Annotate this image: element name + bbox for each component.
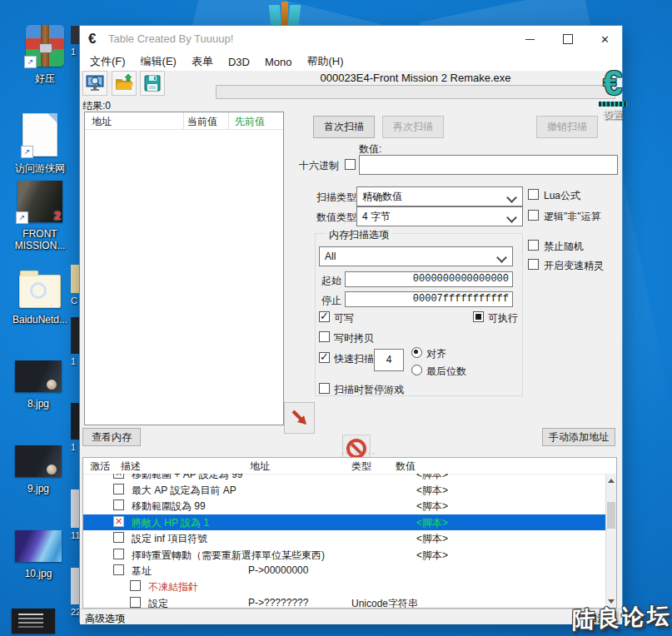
desktop-icon-10.jpg[interactable]: 10.jpg (0, 530, 77, 579)
activate-checkbox[interactable] (113, 532, 124, 543)
hex-checkbox[interactable] (345, 159, 356, 170)
imgblue-icon (15, 530, 62, 562)
activate-checkbox[interactable] (113, 564, 124, 575)
row-description: 擇時重置轉動（需要重新選擇單位某些東西) (132, 549, 325, 563)
advanced-options-link[interactable]: 高级选项 (85, 612, 125, 626)
menu-item-5[interactable]: 帮助(H) (307, 54, 344, 69)
minimize-button[interactable] (511, 26, 549, 52)
stop-address-input[interactable]: 00007fffffffffff (345, 291, 513, 307)
value-type-dropdown[interactable]: 4 字节 (356, 206, 523, 226)
table-row[interactable]: 擇時重置轉動（需要重新選擇單位某些東西)<脚本> (83, 547, 605, 563)
desktop-icon-BaiduNetd...[interactable]: BaiduNetd... (2, 268, 78, 325)
menu-item-0[interactable]: 文件(F) (90, 54, 126, 69)
activate-checkbox[interactable] (113, 484, 124, 494)
desktop-icon-label: 设置 (593, 108, 633, 122)
undo-scan-button[interactable]: 撤销扫描 (536, 116, 598, 138)
desktop-icon-label: 好压 (7, 72, 83, 84)
executable-checkbox[interactable] (473, 311, 484, 322)
address-list-column-2[interactable]: 地址 (250, 460, 270, 474)
menu-item-1[interactable]: 编辑(E) (141, 54, 177, 69)
desktop-icon-label: 10.jpg (0, 568, 77, 579)
partial-desktop-icon-top[interactable] (268, 0, 301, 25)
table-row[interactable]: 最大 AP 設定為目前 AP<脚本> (83, 482, 605, 498)
memory-view-button[interactable]: 查看内存 (82, 428, 141, 446)
table-row[interactable]: 設定P->????????Unicode字符串 (83, 595, 605, 608)
scan-value-input[interactable] (359, 155, 618, 175)
address-list-column-1[interactable]: 描述 (121, 460, 141, 474)
select-process-icon (85, 73, 105, 93)
start-address-input[interactable]: 0000000000000000 (345, 271, 513, 287)
last-digits-radio[interactable] (411, 365, 422, 375)
logical-not-checkbox[interactable] (528, 210, 539, 221)
activate-checkbox[interactable] (130, 597, 141, 608)
address-list-column-3[interactable]: 类型 (351, 460, 371, 474)
desktop-icon-访问游侠网[interactable]: ↗访问游侠网 (2, 113, 78, 174)
table-row[interactable]: 移動範圍 + AP 設定為 99<脚本> (83, 474, 605, 482)
cheat-table-address-list[interactable]: 激活描述地址类型数值 移動範圍 + AP 設定為 99<脚本>最大 AP 設定為… (82, 457, 617, 609)
status-bar: 高级选项 附加注释 (80, 609, 622, 624)
next-scan-button[interactable]: 再次扫描 (382, 116, 444, 138)
copy-on-write-checkbox[interactable] (319, 331, 330, 342)
table-row[interactable]: 移動範圍設為 99<脚本> (83, 498, 605, 514)
scroll-up-button[interactable] (606, 474, 616, 487)
lua-formula-checkbox[interactable] (528, 189, 539, 200)
first-scan-button[interactable]: 首次扫描 (313, 116, 375, 138)
maximize-button[interactable] (549, 26, 586, 52)
part-icon (12, 609, 55, 634)
address-list-column-4[interactable]: 数值 (396, 460, 416, 474)
desktop-icon-FRONT MISSION...[interactable]: ↗FRONT MISSION... (2, 181, 78, 251)
speedhack-checkbox[interactable] (528, 259, 539, 270)
align-radio[interactable] (411, 347, 422, 358)
fast-scan-alignment-input[interactable]: 4 (374, 349, 404, 371)
last-digits-label: 最后位数 (426, 365, 466, 379)
table-row[interactable]: 不凍結指針 (83, 579, 605, 594)
table-row[interactable]: 基址P->00000000 (83, 563, 605, 579)
address-list-column-0[interactable]: 激活 (90, 460, 110, 474)
hidden-desktop-icon[interactable]: 1 (71, 317, 79, 354)
table-row[interactable]: 將敵人 HP 設為 1<脚本> (83, 514, 605, 530)
pause-game-checkbox[interactable] (319, 383, 330, 394)
hidden-desktop-icon[interactable]: C (71, 265, 79, 293)
no-random-checkbox[interactable] (528, 240, 539, 251)
address-list-scrollbar[interactable] (605, 474, 616, 608)
open-table-button[interactable] (112, 71, 137, 96)
found-list-column-0[interactable]: 地址 (92, 115, 112, 129)
hidden-desktop-icon[interactable]: 1 (71, 26, 79, 44)
found-list-column-1[interactable]: 当前值 (187, 115, 217, 129)
scan-type-dropdown[interactable]: 精确数值 (356, 186, 523, 206)
desktop-icon-cheat-engine-settings[interactable]: € 设置 (593, 65, 633, 122)
fast-scan-checkbox[interactable] (319, 352, 330, 363)
save-table-button[interactable] (140, 71, 165, 96)
activate-checkbox[interactable] (113, 499, 124, 510)
row-value: <脚本> (416, 532, 448, 546)
hidden-desktop-icon[interactable]: 11 (71, 489, 79, 528)
menu-item-2[interactable]: 表单 (192, 54, 213, 69)
row-address: P->00000000 (248, 564, 308, 576)
desktop-icon-9.jpg[interactable]: 9.jpg (0, 445, 77, 494)
found-list-header: 地址当前值先前值 (85, 112, 283, 130)
memory-region-dropdown[interactable]: All (319, 246, 513, 266)
writable-checkbox[interactable] (319, 311, 330, 322)
activate-checkbox[interactable] (113, 549, 124, 559)
copy-to-address-list-button[interactable] (284, 402, 315, 434)
hidden-desktop-icon[interactable]: 1 (71, 403, 79, 440)
select-process-button[interactable] (82, 71, 107, 96)
activate-checkbox[interactable] (113, 474, 124, 479)
memory-region-value: All (325, 251, 336, 262)
row-description: 不凍結指針 (148, 580, 198, 594)
activate-checkbox[interactable] (113, 516, 124, 527)
scrollbar-thumb[interactable] (607, 502, 615, 529)
add-address-manually-button[interactable]: 手动添加地址 (542, 428, 615, 446)
menu-item-4[interactable]: Mono (265, 56, 292, 68)
desktop-icon-8.jpg[interactable]: 8.jpg (0, 360, 77, 410)
title-bar[interactable]: € Table Created By Tuuuup! ✕ (80, 26, 622, 52)
imgdark-icon (15, 360, 62, 392)
table-row[interactable]: 設定 inf 項目符號<脚本> (83, 530, 605, 546)
hidden-desktop-icon[interactable]: 22 (71, 568, 79, 604)
found-list-column-2[interactable]: 先前值 (235, 115, 265, 129)
menu-item-3[interactable]: D3D (228, 56, 250, 68)
activate-checkbox[interactable] (130, 580, 141, 591)
close-button[interactable]: ✕ (586, 26, 624, 52)
desktop-icon-partial[interactable] (0, 609, 72, 636)
found-address-list[interactable]: 地址当前值先前值 (84, 112, 284, 425)
